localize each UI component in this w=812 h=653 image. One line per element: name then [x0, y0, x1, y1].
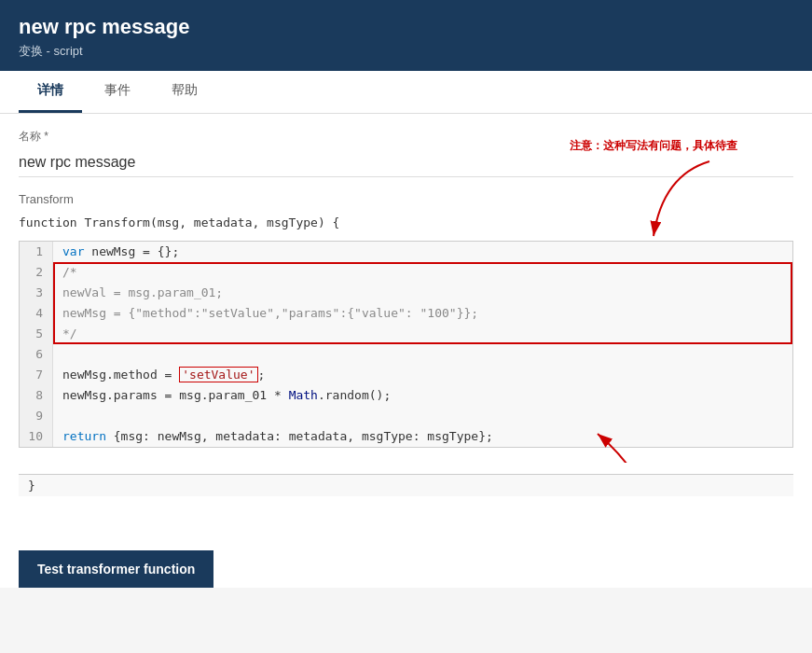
line-code-8: newMsg.params = msg.param_01 * Math.rand…: [53, 385, 792, 406]
line-code-4: newMsg = {"method":"setValue","params":{…: [53, 303, 792, 324]
line-num-7: 7: [20, 365, 53, 385]
annotation-top: 注意：这种写法有问题，具体待查: [570, 138, 737, 154]
code-line-5: 5 */: [20, 324, 792, 344]
tab-details[interactable]: 详情: [19, 71, 82, 113]
code-line-7: 7 newMsg.method = 'setValue';: [20, 365, 792, 385]
line-code-9: [53, 406, 792, 426]
line-num-10: 10: [20, 426, 53, 447]
tab-help[interactable]: 帮助: [153, 71, 216, 113]
code-line-4: 4 newMsg = {"method":"setValue","params"…: [20, 303, 792, 324]
tab-events[interactable]: 事件: [86, 71, 149, 113]
code-annotation-container: 注意：这种写法有问题，具体待查 1 var newMsg = {}; 2 /*: [19, 241, 793, 448]
line-num-1: 1: [20, 242, 53, 262]
line-code-2: /*: [53, 262, 792, 283]
page-title: new rpc message: [19, 15, 793, 39]
code-line-9: 9: [20, 406, 792, 426]
page-subtitle: 变换 - script: [19, 43, 793, 60]
code-line-10: 10 return {msg: newMsg, metadata: metada…: [20, 426, 792, 447]
line-code-3: newVal = msg.param_01;: [53, 283, 792, 303]
tabs-bar: 详情 事件 帮助: [0, 71, 812, 114]
code-line-1: 1 var newMsg = {};: [20, 242, 792, 262]
line-code-6: [53, 344, 792, 365]
code-line-8: 8 newMsg.params = msg.param_01 * Math.ra…: [20, 385, 792, 406]
bottom-section: } Test transformer function: [0, 463, 812, 588]
line-num-2: 2: [20, 262, 53, 283]
line-code-7: newMsg.method = 'setValue';: [53, 365, 792, 385]
line-code-1: var newMsg = {};: [53, 242, 792, 262]
code-lines-commented: 2 /* 3 newVal = msg.param_01; 4 newMsg =…: [20, 262, 792, 344]
code-line-2: 2 /*: [20, 262, 792, 283]
line-num-6: 6: [20, 344, 53, 365]
line-num-9: 9: [20, 406, 53, 426]
line-num-4: 4: [20, 303, 53, 324]
line-num-3: 3: [20, 283, 53, 303]
closing-brace: }: [19, 474, 793, 496]
code-line-3: 3 newVal = msg.param_01;: [20, 283, 792, 303]
code-editor[interactable]: 1 var newMsg = {}; 2 /* 3 newVal = msg.p…: [19, 241, 793, 448]
line-num-5: 5: [20, 324, 53, 344]
line-code-10: return {msg: newMsg, metadata: metadata,…: [53, 426, 792, 447]
test-transformer-button[interactable]: Test transformer function: [19, 550, 213, 588]
content-area: 名称 * new rpc message Transform function …: [0, 114, 812, 463]
function-signature: function Transform(msg, metadata, msgTyp…: [19, 212, 793, 233]
line-num-8: 8: [20, 385, 53, 406]
transform-label: Transform: [19, 192, 793, 206]
line-code-5: */: [53, 324, 792, 344]
code-line-6: 6: [20, 344, 792, 365]
header: new rpc message 变换 - script: [0, 0, 812, 71]
